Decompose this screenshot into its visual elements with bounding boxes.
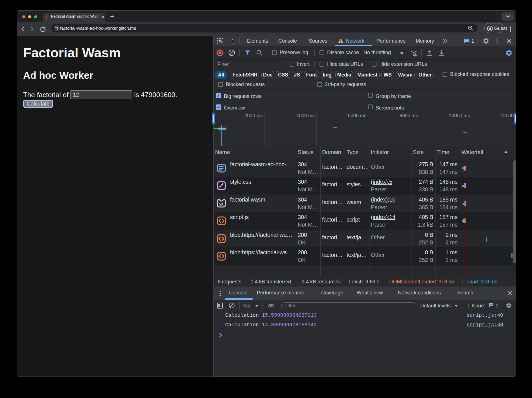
svg-text:WA: WA	[219, 203, 224, 207]
